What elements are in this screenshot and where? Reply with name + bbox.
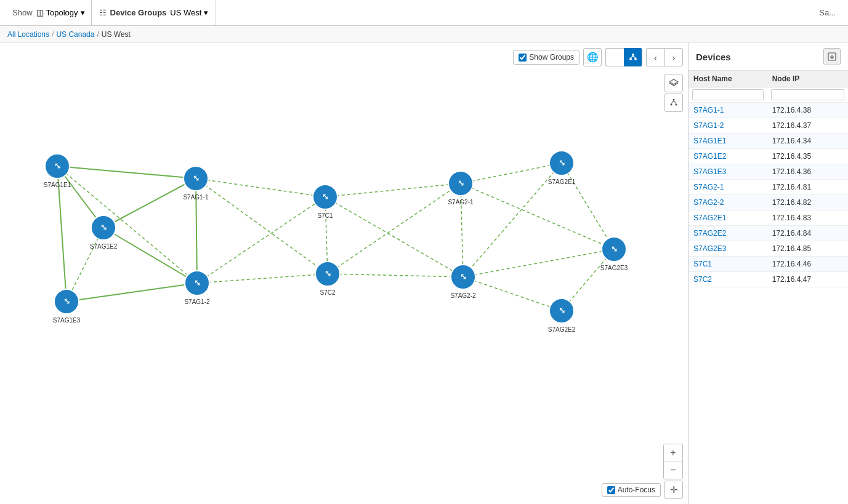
show-dropdown[interactable]: ◫ Topology ▾ bbox=[36, 8, 85, 17]
node-label: S7AG1E1 bbox=[44, 182, 71, 188]
svg-text:⤡: ⤡ bbox=[559, 158, 565, 167]
svg-line-8 bbox=[633, 56, 636, 58]
export-button[interactable] bbox=[823, 48, 841, 65]
chevron-down-icon: ▾ bbox=[81, 8, 85, 17]
autofocus-text: Auto-Focus bbox=[618, 486, 655, 494]
svg-text:⤡: ⤡ bbox=[460, 272, 467, 281]
toolbar-row-top: Show Groups 🌐 ‹ › bbox=[513, 48, 683, 66]
svg-point-6 bbox=[634, 58, 637, 60]
zoom-out-button[interactable]: − bbox=[664, 462, 682, 479]
zoom-in-button[interactable]: + bbox=[664, 444, 682, 462]
nodeip-cell: 172.16.4.34 bbox=[767, 134, 848, 149]
edge-dashed bbox=[57, 166, 197, 283]
hostname-cell[interactable]: S7AG1-2 bbox=[688, 118, 767, 134]
layers-button[interactable] bbox=[664, 74, 683, 92]
nodeip-cell: 172.16.4.81 bbox=[767, 180, 848, 195]
topology-node[interactable]: ⤡S7AG2E1 bbox=[548, 151, 576, 185]
edge-dashed bbox=[325, 183, 461, 197]
devices-panel: Devices Host Name Node IP S7AG1 bbox=[688, 43, 848, 504]
tree-button[interactable] bbox=[664, 94, 683, 112]
svg-line-14 bbox=[674, 101, 676, 104]
save-label: Sa... bbox=[819, 8, 836, 17]
edge-dashed bbox=[196, 178, 328, 274]
nodeip-cell: 172.16.4.38 bbox=[767, 103, 848, 118]
breadcrumb-us-canada[interactable]: US Canada bbox=[56, 30, 94, 39]
hostname-cell[interactable]: S7AG2E1 bbox=[688, 210, 767, 226]
nav-button-group: ‹ › bbox=[646, 48, 683, 66]
devices-header: Devices bbox=[688, 43, 848, 71]
edge-solid bbox=[103, 178, 196, 228]
topology-node[interactable]: ⤡S7AG1E1 bbox=[44, 154, 71, 188]
topology-node[interactable]: ⤡S7AG2-2 bbox=[450, 265, 476, 299]
device-groups-dropdown[interactable]: US West ▾ bbox=[170, 8, 208, 17]
hostname-cell[interactable]: S7AG2-2 bbox=[688, 195, 767, 210]
topology-node[interactable]: ⤡S7AG1E2 bbox=[90, 215, 118, 250]
edge-dashed bbox=[461, 183, 614, 249]
autofocus-label[interactable]: Auto-Focus bbox=[602, 483, 661, 497]
edge-solid bbox=[67, 283, 197, 302]
edge-solid bbox=[103, 228, 197, 283]
show-label: Show bbox=[12, 8, 33, 17]
devices-title: Devices bbox=[696, 52, 731, 62]
table-row: S7C2172.16.4.47 bbox=[688, 272, 848, 287]
svg-text:⤡: ⤡ bbox=[325, 269, 331, 278]
hostname-cell[interactable]: S7C2 bbox=[688, 272, 767, 287]
globe-button[interactable]: 🌐 bbox=[583, 48, 602, 66]
nodeip-cell: 172.16.4.46 bbox=[767, 257, 848, 272]
breadcrumb: All Locations / US Canada / US West bbox=[0, 26, 848, 43]
show-groups-checkbox[interactable] bbox=[519, 54, 527, 62]
topology-view-button[interactable] bbox=[624, 48, 642, 66]
nodeip-cell: 172.16.4.83 bbox=[767, 210, 848, 226]
table-row: S7AG1-1172.16.4.38 bbox=[688, 103, 848, 118]
svg-point-5 bbox=[629, 58, 632, 60]
breadcrumb-all-locations[interactable]: All Locations bbox=[7, 30, 49, 39]
topology-node[interactable]: ⤡S7AG2E3 bbox=[600, 237, 628, 271]
autofocus-checkbox[interactable] bbox=[607, 486, 615, 494]
hostname-cell[interactable]: S7AG2E2 bbox=[688, 226, 767, 241]
edge-dashed bbox=[197, 274, 328, 283]
hostname-cell[interactable]: S7C1 bbox=[688, 257, 767, 272]
topology-node[interactable]: ⤡S7AG2-1 bbox=[448, 171, 474, 206]
topology-node[interactable]: ⤡S7C2 bbox=[315, 262, 340, 296]
breadcrumb-sep2: / bbox=[97, 30, 99, 39]
edge-dashed bbox=[325, 197, 463, 277]
grid-view-button[interactable] bbox=[605, 48, 624, 66]
svg-text:⤡: ⤡ bbox=[611, 244, 618, 254]
hostname-cell[interactable]: S7AG1-1 bbox=[688, 103, 767, 118]
table-row: S7AG1E2172.16.4.35 bbox=[688, 149, 848, 164]
hostname-cell[interactable]: S7AG2-1 bbox=[688, 180, 767, 195]
table-row: S7AG1E1172.16.4.34 bbox=[688, 134, 848, 149]
devices-table: Host Name Node IP S7AG1-1172.16.4.38S7AG… bbox=[688, 71, 848, 504]
node-label: S7AG1E3 bbox=[53, 317, 81, 324]
svg-point-12 bbox=[676, 104, 677, 106]
hostname-cell[interactable]: S7AG1E1 bbox=[688, 134, 767, 149]
hostname-cell[interactable]: S7AG2E3 bbox=[688, 241, 767, 257]
svg-text:⤡: ⤡ bbox=[54, 161, 61, 170]
table-row: S7AG2-1172.16.4.81 bbox=[688, 180, 848, 195]
hostname-cell[interactable]: S7AG1E3 bbox=[688, 164, 767, 180]
svg-rect-1 bbox=[616, 54, 619, 57]
node-label: S7AG2-1 bbox=[448, 199, 474, 206]
move-button[interactable]: ✛ bbox=[664, 481, 683, 499]
svg-text:⤡: ⤡ bbox=[458, 178, 464, 188]
topology-node[interactable]: ⤡S7AG1-1 bbox=[183, 166, 209, 201]
nodeip-filter[interactable] bbox=[771, 89, 844, 100]
topology-node[interactable]: ⤡S7AG1-2 bbox=[184, 271, 210, 305]
hostname-cell[interactable]: S7AG1E2 bbox=[688, 149, 767, 164]
table-row: S7AG1E3172.16.4.36 bbox=[688, 164, 848, 180]
topology-node[interactable]: ⤡S7AG2E2 bbox=[548, 298, 576, 333]
show-groups-button[interactable]: Show Groups bbox=[513, 50, 579, 65]
nav-right-button[interactable]: › bbox=[664, 48, 683, 66]
hostname-filter[interactable] bbox=[692, 89, 764, 100]
edge-solid bbox=[57, 166, 196, 178]
topology-node[interactable]: ⤡S7AG1E3 bbox=[53, 289, 81, 324]
svg-text:⤡: ⤡ bbox=[322, 192, 329, 201]
topology-node[interactable]: ⤡S7C1 bbox=[313, 185, 337, 219]
topology-area: Show Groups 🌐 ‹ › bbox=[0, 43, 688, 504]
edge-dashed bbox=[328, 183, 461, 274]
nav-left-button[interactable]: ‹ bbox=[646, 48, 664, 66]
table-row: S7AG2E1172.16.4.83 bbox=[688, 210, 848, 226]
nodeip-cell: 172.16.4.84 bbox=[767, 226, 848, 241]
table-row: S7AG2-2172.16.4.82 bbox=[688, 195, 848, 210]
nodeip-cell: 172.16.4.36 bbox=[767, 164, 848, 180]
